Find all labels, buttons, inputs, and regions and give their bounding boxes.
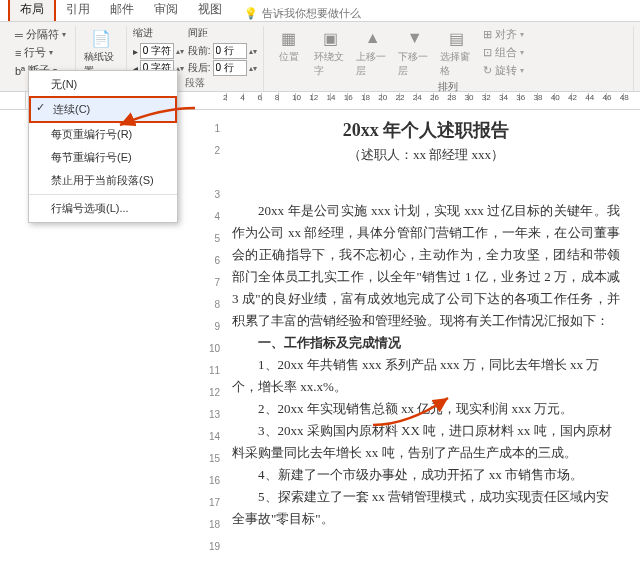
doc-section-heading: 一、工作指标及完成情况 [232,332,620,354]
ribbon-tabs: 布局 引用 邮件 审阅 视图 💡告诉我你想要做什么 [0,0,640,22]
dd-separator [29,194,177,195]
doc-item-1: 1、20xx 年共销售 xxx 系列产品 xxx 万，同比去年增长 xx 万个，… [232,354,620,398]
dd-none[interactable]: 无(N) [29,73,177,96]
wrap-text-button: ▣环绕文字 [312,26,350,80]
ruler-corner [0,92,26,109]
wrap-icon: ▣ [321,28,341,48]
doc-title: 20xx 年个人述职报告 [232,118,620,142]
spacing-label: 间距 [188,26,257,40]
forward-icon: ▲ [363,28,383,48]
doc-item-5: 5、探索建立了一套 xx 营销管理模式，成功实现责任区域内安全事故"零目标"。 [232,486,620,530]
indent-left-icon: ▸ [133,46,138,57]
doc-item-2: 2、20xx 年实现销售总额 xx 亿元，现实利润 xxx 万元。 [232,398,620,420]
line-numbers-button[interactable]: ≡行号▾ [12,44,69,61]
tab-layout[interactable]: 布局 [8,0,56,21]
doc-paragraph-1: 20xx 年是公司实施 xxx 计划，实现 xxx 过亿目标的关键年。我作为公司… [232,200,620,332]
backward-icon: ▼ [405,28,425,48]
dd-restart-section[interactable]: 每节重编行号(E) [29,146,177,169]
selection-pane-button[interactable]: ▤选择窗格 [438,26,476,80]
align-button: ⊞对齐▾ [480,26,527,43]
doc-item-4: 4、新建了一个市级办事处，成功开拓了 xx 市销售市场。 [232,464,620,486]
indent-label: 缩进 [133,26,184,40]
spacing-before-input[interactable] [213,43,247,59]
rotate-button: ↻旋转▾ [480,62,527,79]
position-button: ▦位置 [270,26,308,66]
position-icon: ▦ [279,28,299,48]
lightbulb-icon: 💡 [244,7,258,20]
send-backward-button: ▼下移一层 [396,26,434,80]
dd-restart-page[interactable]: 每页重编行号(R) [29,123,177,146]
align-icon: ⊞ [483,28,492,41]
tab-review[interactable]: 审阅 [144,0,188,21]
dd-options[interactable]: 行编号选项(L)... [29,197,177,220]
tab-view[interactable]: 视图 [188,0,232,21]
rotate-icon: ↻ [483,64,492,77]
breaks-button[interactable]: ═分隔符▾ [12,26,69,43]
selection-icon: ▤ [447,28,467,48]
bring-forward-button: ▲上移一层 [354,26,392,80]
dd-continuous[interactable]: 连续(C) [29,96,177,123]
doc-subtitle: （述职人：xx 部经理 xxx） [232,146,620,164]
group-icon: ⊡ [483,46,492,59]
ribbon: ═分隔符▾ ≡行号▾ bª断子▾ 栏 📄 稿纸设置 稿纸 缩进 ▸▴▾ ◂▴▾ … [0,22,640,92]
paper-icon: 📄 [91,28,111,48]
tab-references[interactable]: 引用 [56,0,100,21]
hyphen-icon: bª [15,65,25,77]
document-content[interactable]: 20xx 年个人述职报告 （述职人：xx 部经理 xxx） 20xx 年是公司实… [228,110,640,570]
line-numbers-dropdown: 无(N) 连续(C) 每页重编行号(R) 每节重编行号(E) 禁止用于当前段落(… [28,70,178,223]
spacing-after-input[interactable] [213,60,247,76]
indent-left-input[interactable] [140,43,174,59]
doc-item-3: 3、20xx 采购国内原材料 XX 吨，进口原材料 xx 吨，国内原材料采购量同… [232,420,620,464]
tab-mailings[interactable]: 邮件 [100,0,144,21]
tell-me-search[interactable]: 💡告诉我你想要做什么 [244,2,361,21]
before-label: 段前: [188,44,211,58]
line-numbers-icon: ≡ [15,47,21,59]
after-label: 段后: [188,61,211,75]
breaks-icon: ═ [15,29,23,41]
group-button: ⊡组合▾ [480,44,527,61]
dd-suppress[interactable]: 禁止用于当前段落(S) [29,169,177,192]
